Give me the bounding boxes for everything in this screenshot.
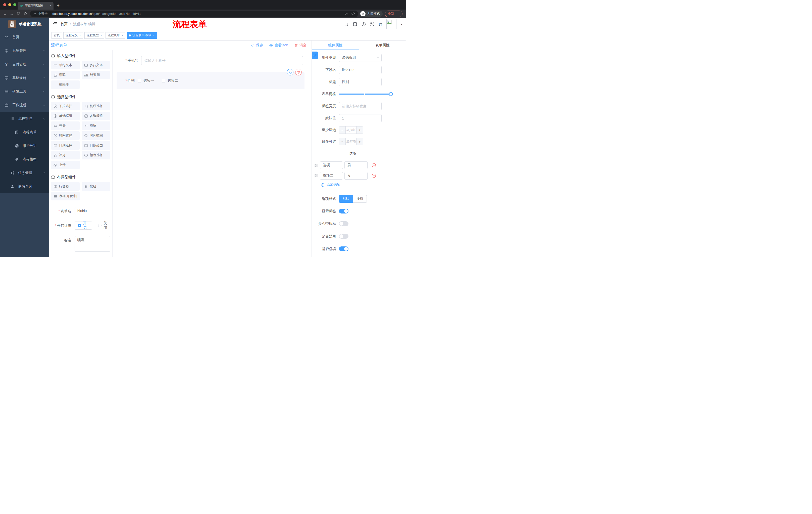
component-chip-time-range[interactable]: 时间范围: [82, 131, 110, 140]
option-style-default-button[interactable]: 默认: [339, 195, 353, 203]
component-chip-upload[interactable]: 上传: [51, 161, 80, 169]
tab-close-icon[interactable]: ×: [50, 4, 52, 7]
save-button[interactable]: 保存: [251, 43, 263, 48]
component-chip-editor[interactable]: 编辑器: [51, 80, 80, 89]
avatar-caret-icon[interactable]: ▾: [401, 23, 402, 26]
remark-textarea[interactable]: 嘿嘿: [75, 236, 110, 252]
stepper-decrease-button[interactable]: −: [339, 138, 346, 145]
password-key-icon[interactable]: [344, 12, 348, 16]
back-button[interactable]: ←: [1, 11, 8, 16]
phone-input[interactable]: [141, 56, 303, 65]
forward-button[interactable]: →: [8, 11, 15, 16]
window-close-button[interactable]: [3, 3, 6, 6]
security-label[interactable]: 不安全: [38, 11, 48, 16]
stepper-increase-button[interactable]: +: [356, 127, 363, 134]
sidebar-item-process-form[interactable]: 流程表单: [0, 126, 49, 139]
checkbox-box[interactable]: [138, 79, 141, 82]
component-chip-color[interactable]: 颜色选择: [82, 151, 110, 159]
component-chip-select[interactable]: 下拉选择: [51, 102, 80, 110]
sidebar-item-devtools[interactable]: 研发工具: [0, 85, 49, 98]
tag-close-icon[interactable]: ×: [79, 34, 81, 37]
component-chip-time[interactable]: 时间选择: [51, 131, 80, 140]
slider-thumb[interactable]: [389, 92, 393, 96]
remove-option-button[interactable]: [372, 173, 376, 178]
component-chip-counter[interactable]: 123计数器: [82, 71, 110, 79]
tag-close-icon[interactable]: ×: [153, 34, 155, 37]
component-chip-multi-text[interactable]: 多行文本: [82, 61, 110, 70]
component-chip-switch[interactable]: 开关: [51, 121, 80, 130]
checkbox-box[interactable]: [162, 79, 165, 82]
new-tab-button[interactable]: +: [57, 3, 60, 8]
component-chip-radio-group[interactable]: 单选框组: [51, 112, 80, 120]
sidebar-item-user-group[interactable]: 用户分组: [0, 139, 49, 153]
tab-form-props[interactable]: 表单属性: [359, 40, 406, 50]
canvas-field-phone[interactable]: *手机号: [117, 56, 304, 65]
label-width-input[interactable]: [339, 102, 382, 110]
sidebar-item-workflow[interactable]: 工作流程: [0, 98, 49, 112]
component-chip-cascader[interactable]: 级联选择: [82, 102, 110, 110]
drag-handle-icon[interactable]: [314, 163, 318, 167]
option-2-label-input[interactable]: [320, 172, 343, 180]
browser-tab[interactable]: 芋道管理系统 ×: [18, 2, 54, 9]
title-input[interactable]: [339, 78, 382, 86]
max-select-input[interactable]: [346, 138, 356, 145]
browser-update-button[interactable]: 更新 ⋮: [385, 10, 403, 17]
drag-handle-icon[interactable]: [314, 174, 318, 178]
sidebar-item-process-model[interactable]: 流程模型: [0, 153, 49, 166]
option-1-label-input[interactable]: [320, 161, 343, 169]
form-canvas[interactable]: *手机号 *性别 选项一 选项二: [112, 50, 312, 257]
component-chip-rate[interactable]: 评分: [51, 151, 80, 159]
field-name-input[interactable]: [339, 66, 382, 74]
browser-menu-kebab-icon[interactable]: ⋮: [397, 12, 400, 16]
sidebar-item-system[interactable]: 系统管理: [0, 44, 49, 58]
add-option-button[interactable]: 添加选项: [321, 183, 391, 187]
view-json-button[interactable]: 查看json: [269, 43, 288, 48]
tab-component-props[interactable]: 组件属性: [312, 40, 359, 50]
required-toggle[interactable]: [339, 246, 348, 251]
data-binding-badge[interactable]: [312, 52, 318, 59]
sidebar-item-home[interactable]: 首页: [0, 30, 49, 44]
tag-process-form[interactable]: 流程表单 ×: [106, 32, 125, 39]
status-radio-on[interactable]: 开启: [75, 221, 92, 229]
stepper-increase-button[interactable]: +: [356, 138, 363, 145]
tag-process-form-edit-active[interactable]: 流程表单-编辑 ×: [127, 32, 157, 39]
component-chip-table[interactable]: 表格[开发中]: [51, 192, 80, 200]
window-zoom-button[interactable]: [13, 3, 16, 6]
address-bar[interactable]: 不安全 dashboard.yudao.iocoder.cn/bpm/manag…: [30, 10, 358, 17]
option-2-value-input[interactable]: [344, 172, 368, 180]
sidebar-item-payment[interactable]: ¥ 支付管理: [0, 58, 49, 71]
tag-close-icon[interactable]: ×: [100, 34, 102, 37]
tag-close-icon[interactable]: ×: [121, 34, 123, 37]
reload-button[interactable]: [15, 11, 22, 16]
sidebar-item-process-management[interactable]: 流程管理: [0, 112, 49, 126]
option-style-button-button[interactable]: 按钮: [353, 195, 367, 203]
status-radio-off[interactable]: 关闭: [98, 221, 111, 230]
form-name-input[interactable]: [75, 207, 112, 215]
component-type-select[interactable]: 多选框组: [339, 54, 382, 62]
sidebar-fold-icon[interactable]: [53, 22, 57, 27]
component-chip-password[interactable]: 密码: [51, 71, 80, 79]
help-icon[interactable]: [361, 22, 366, 26]
stepper-decrease-button[interactable]: −: [339, 127, 346, 134]
gender-checkbox-option-2[interactable]: 选项二: [162, 78, 178, 83]
window-controls[interactable]: [3, 3, 16, 6]
home-button[interactable]: [22, 11, 29, 16]
search-icon[interactable]: [344, 22, 348, 26]
bookmark-star-icon[interactable]: [351, 12, 355, 16]
show-label-toggle[interactable]: [339, 209, 348, 214]
sidebar-item-leave-query[interactable]: 请假查询: [0, 180, 49, 193]
component-chip-button[interactable]: 按钮: [82, 182, 110, 191]
breadcrumb-home[interactable]: 首页: [61, 22, 67, 26]
delete-component-button[interactable]: [295, 69, 302, 76]
option-1-value-input[interactable]: [344, 161, 368, 169]
component-chip-slider[interactable]: 滑块: [82, 121, 110, 130]
form-grid-slider[interactable]: [339, 90, 391, 98]
slider-track[interactable]: [339, 93, 391, 94]
default-value-input[interactable]: [339, 114, 382, 122]
sidebar-item-task-management[interactable]: 任务管理: [0, 166, 49, 180]
component-chip-row-container[interactable]: 行容器: [51, 182, 80, 191]
disabled-toggle[interactable]: [339, 234, 348, 239]
tag-process-model[interactable]: 流程模型 ×: [84, 32, 104, 39]
min-select-input[interactable]: [346, 127, 356, 134]
component-chip-date-range[interactable]: 日期范围: [82, 141, 110, 150]
